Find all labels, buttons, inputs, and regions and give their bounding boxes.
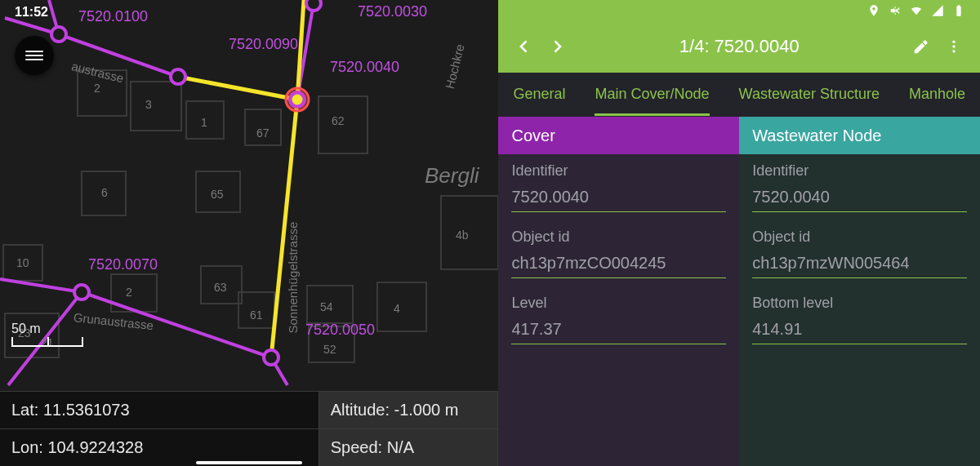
svg-point-33	[264, 350, 278, 365]
field-input[interactable]: 7520.0040	[511, 188, 726, 212]
next-feature-button[interactable]	[541, 30, 573, 63]
field-input[interactable]: 414.91	[752, 320, 967, 344]
field-label: Object id	[752, 229, 967, 246]
svg-point-35	[291, 93, 304, 106]
cover-header: Cover	[498, 117, 739, 154]
field-label: Bottom level	[752, 295, 967, 312]
prev-feature-button[interactable]	[508, 30, 541, 63]
tab-general[interactable]: General	[498, 73, 580, 116]
tab-main-cover-node[interactable]: Main Cover/Node	[581, 73, 724, 116]
system-status-bar	[498, 0, 980, 20]
volume-off-icon	[889, 4, 902, 17]
lat-cell: Lat: 11.5361073	[0, 391, 319, 428]
building-number: 2	[94, 82, 100, 95]
map-pane[interactable]: 7520.01007520.00907520.00307520.00407520…	[0, 0, 498, 466]
gesture-bar	[196, 461, 302, 464]
battery-icon	[952, 4, 965, 17]
wwnode-field: Object idch13p7mzWN005464	[752, 229, 967, 278]
hamburger-menu-button[interactable]	[15, 36, 54, 75]
field-input[interactable]: 417.37	[511, 320, 726, 344]
gps-info-table: Lat: 11.5361073 Altitude: -1.000 m Lon: …	[0, 391, 498, 466]
building-number: 61	[250, 308, 263, 322]
building-number: 4b	[456, 229, 469, 242]
cover-field: Identifier7520.0040	[511, 162, 726, 212]
building-number: 2	[126, 286, 132, 299]
svg-point-29	[171, 69, 185, 84]
field-input[interactable]: 7520.0040	[752, 188, 967, 212]
field-label: Identifier	[752, 162, 967, 180]
building-number: 10	[16, 256, 29, 269]
field-input[interactable]: ch13p7mzCO004245	[511, 254, 726, 278]
building-number: 63	[214, 281, 227, 294]
building-number: 54	[320, 300, 333, 313]
svg-point-36	[952, 41, 955, 43]
status-clock: 11:52	[15, 5, 48, 20]
svg-point-31	[306, 0, 321, 11]
node-label: 7520.0030	[358, 3, 427, 20]
speed-cell: Speed: N/A	[319, 428, 499, 466]
wastewater-node-column: Wastewater Node Identifier7520.0040Objec…	[739, 117, 980, 466]
building-number: 67	[256, 126, 270, 140]
svg-point-38	[952, 50, 955, 52]
field-label: Level	[511, 295, 726, 312]
node-label: 7520.0090	[229, 36, 298, 53]
node-label: 7520.0070	[88, 256, 158, 273]
edit-geometry-button[interactable]	[905, 30, 938, 63]
node-label: 7520.0100	[78, 8, 148, 25]
field-label: Object id	[511, 229, 726, 246]
feature-title: 1/4: 7520.0040	[573, 36, 905, 57]
tab-manhole[interactable]: Manhole	[894, 73, 980, 116]
field-label: Identifier	[511, 162, 726, 180]
building-number: 4	[394, 302, 400, 315]
node-label: 7520.0040	[330, 59, 399, 76]
cover-field: Level417.37	[511, 295, 726, 344]
wifi-icon	[910, 4, 923, 17]
wwnode-field: Bottom level414.91	[752, 295, 967, 344]
building-number: 62	[332, 114, 345, 127]
scale-bar: 50 m	[11, 322, 83, 347]
overflow-menu-button[interactable]	[938, 30, 970, 63]
cover-field: Object idch13p7mzCO004245	[511, 229, 726, 278]
field-input[interactable]: ch13p7mzWN005464	[752, 254, 967, 278]
wwnode-field: Identifier7520.0040	[752, 162, 967, 212]
building-number: 3	[145, 98, 152, 111]
building-number: 65	[211, 188, 224, 201]
svg-point-37	[952, 45, 955, 47]
svg-point-32	[74, 285, 89, 300]
wwnode-header: Wastewater Node	[739, 117, 980, 154]
building-number: 52	[323, 343, 336, 356]
street-label: Sonnenhügelstrasse	[286, 222, 300, 334]
form-pane: 1/4: 7520.0040 GeneralMain Cover/NodeWas…	[498, 0, 980, 466]
building-number: 1	[201, 116, 207, 129]
area-label: Bergli	[425, 163, 479, 189]
node-label: 7520.0050	[305, 322, 375, 339]
svg-point-28	[51, 27, 66, 42]
location-icon	[867, 4, 880, 17]
tab-wastewater-structure[interactable]: Wastewater Structure	[724, 73, 894, 116]
building-number: 6	[101, 186, 108, 199]
app-bar: 1/4: 7520.0040	[498, 20, 980, 73]
alt-cell: Altitude: -1.000 m	[319, 391, 499, 428]
signal-icon	[931, 4, 944, 17]
cover-column: Cover Identifier7520.0040Object idch13p7…	[498, 117, 739, 466]
tab-bar: GeneralMain Cover/NodeWastewater Structu…	[498, 73, 980, 117]
